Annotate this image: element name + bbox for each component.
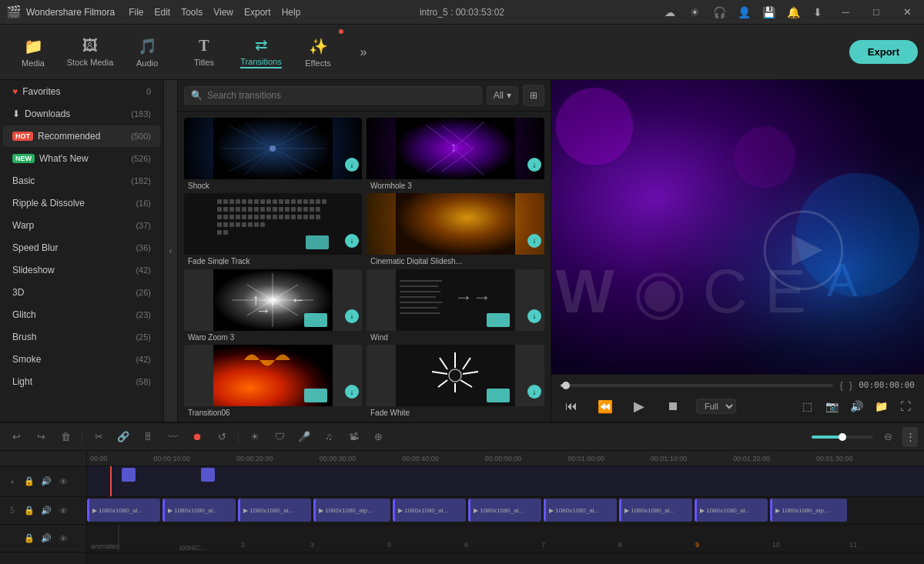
sidebar-item-warp[interactable]: Warp (37) xyxy=(3,215,160,236)
zoom-slider[interactable] xyxy=(812,436,873,439)
stop-button[interactable]: ⏹ xyxy=(662,395,684,417)
menu-edit[interactable]: Edit xyxy=(155,7,171,18)
cine-slide-download-icon[interactable]: ↓ xyxy=(527,234,541,248)
magnet-button[interactable]: 🔗 xyxy=(113,427,133,447)
menu-export[interactable]: Export xyxy=(244,7,271,18)
minimize-button[interactable]: ─ xyxy=(835,2,856,23)
clip-4[interactable]: ▶ 1080x1080_alp... xyxy=(313,499,390,522)
toolbar-more-button[interactable]: » xyxy=(351,40,376,65)
fade-single-download-icon[interactable]: ↓ xyxy=(345,234,359,248)
transition-clip-2[interactable] xyxy=(201,468,215,482)
menu-view[interactable]: View xyxy=(213,7,233,18)
menu-tools[interactable]: Tools xyxy=(181,7,203,18)
sun-button[interactable]: ☀ xyxy=(245,427,265,447)
maximize-button[interactable]: □ xyxy=(865,2,887,23)
fade-white-download-icon[interactable]: ↓ xyxy=(527,385,541,399)
notification-icon[interactable]: 🔔 xyxy=(785,5,801,20)
zoom-handle[interactable] xyxy=(839,433,846,441)
transition-warp-zoom3[interactable]: ↑ ↓ ← → ↓ Warp Zoom 3 xyxy=(184,269,362,340)
clip-6[interactable]: ▶ 1080x1080_al... xyxy=(468,499,541,522)
clip-9[interactable]: ▶ 1080x1080_al... xyxy=(695,499,768,522)
wind-download-icon[interactable]: ↓ xyxy=(527,309,541,323)
sidebar-item-speed-blur[interactable]: Speed Blur (36) xyxy=(3,237,160,259)
camera-icon[interactable]: 📷 xyxy=(822,397,841,415)
menu-help[interactable]: Help xyxy=(282,7,301,18)
audio-adjust-button[interactable]: 🎚 xyxy=(138,427,158,447)
play-button[interactable]: ▶ xyxy=(628,395,650,417)
download-icon[interactable]: ⬇ xyxy=(810,5,825,20)
sidebar-item-light[interactable]: Light (58) xyxy=(3,371,160,392)
rewind-button[interactable]: ↺ xyxy=(212,427,232,447)
track1-eye-icon[interactable]: 👁 xyxy=(57,476,69,488)
save-icon[interactable]: 💾 xyxy=(761,5,776,20)
crop-icon[interactable]: ⬚ xyxy=(798,397,816,415)
account-icon[interactable]: 👤 xyxy=(736,5,752,20)
clip-3[interactable]: ▶ 1080x1080_al... xyxy=(238,499,311,522)
sidebar-item-3d[interactable]: 3D (26) xyxy=(3,282,160,303)
transition-fade-white[interactable]: ↓ Fade White xyxy=(367,345,544,415)
sidebar-item-ripple[interactable]: Ripple & Dissolve (16) xyxy=(3,192,160,214)
track2-volume-icon[interactable]: 🔊 xyxy=(40,505,52,517)
transition-wind[interactable]: →→ ↓ Wind xyxy=(367,269,544,340)
transition-cine-slide[interactable]: ↓ Cinematic Digital Slidesh... xyxy=(367,193,544,264)
frame-back-button[interactable]: ⏪ xyxy=(594,395,616,417)
delete-button[interactable]: 🗑 xyxy=(55,427,75,447)
transition06-download-icon[interactable]: ↓ xyxy=(345,385,359,399)
expand-icon[interactable]: ⛶ xyxy=(896,397,915,415)
sidebar-item-smoke[interactable]: Smoke (42) xyxy=(3,349,160,370)
brightness-icon[interactable]: ☀ xyxy=(687,5,702,20)
toolbar-media[interactable]: 📁 Media xyxy=(6,28,60,77)
clip-2[interactable]: ▶ 1080x1080_al... xyxy=(162,499,236,522)
transition-clip-1[interactable] xyxy=(122,468,136,482)
redo-button[interactable]: ↪ xyxy=(31,427,51,447)
clip-7[interactable]: ▶ 1080x1080_al... xyxy=(544,499,617,522)
toolbar-transitions[interactable]: ⇄ Transitions xyxy=(234,28,288,77)
track1-volume-icon[interactable]: 🔊 xyxy=(40,476,52,488)
track3-lock-icon[interactable]: 🔒 xyxy=(23,532,35,545)
undo-button[interactable]: ↩ xyxy=(6,427,26,447)
track2-eye-icon[interactable]: 👁 xyxy=(57,505,69,517)
menu-file[interactable]: File xyxy=(129,7,143,18)
transition-wormhole3[interactable]: ↕ ↓ Wormhole 3 xyxy=(367,118,544,189)
shield-button[interactable]: 🛡 xyxy=(270,427,290,447)
sidebar-item-whats-new[interactable]: NEW What's New (526) xyxy=(3,148,160,169)
track3-volume-icon[interactable]: 🔊 xyxy=(40,532,52,545)
sidebar-item-recommended[interactable]: HOT Recommended (500) xyxy=(3,125,160,147)
sidebar-item-downloads[interactable]: ⬇ Downloads (183) xyxy=(3,103,160,125)
warp-zoom3-download-icon[interactable]: ↓ xyxy=(345,309,359,323)
transition-shock[interactable]: ↓ Shock xyxy=(184,118,362,189)
clip-8[interactable]: ▶ 1080x1080_al... xyxy=(619,499,692,522)
toolbar-titles[interactable]: T Titles xyxy=(177,28,231,77)
mic-button[interactable]: 🎤 xyxy=(294,427,314,447)
collapse-sidebar-button[interactable]: ‹ xyxy=(164,80,178,422)
cut-button[interactable]: ✂ xyxy=(89,427,109,447)
toolbar-audio[interactable]: 🎵 Audio xyxy=(120,28,174,77)
headphone-icon[interactable]: 🎧 xyxy=(711,5,727,20)
clip-5[interactable]: ▶ 1080x1080_al... xyxy=(393,499,466,522)
cloud-icon[interactable]: ☁ xyxy=(662,5,678,20)
search-input[interactable] xyxy=(207,90,475,101)
progress-bar[interactable] xyxy=(561,384,833,387)
track3-eye-icon[interactable]: 👁 xyxy=(57,532,69,545)
more-options-button[interactable]: ⋮ xyxy=(902,427,918,447)
record-button[interactable]: ⏺ xyxy=(187,427,207,447)
transition-transition06[interactable]: ↓ Transition06 xyxy=(184,345,362,415)
sidebar-item-basic[interactable]: Basic (182) xyxy=(3,170,160,192)
folder-icon[interactable]: 📁 xyxy=(872,397,890,415)
quality-select[interactable]: Full1/21/4 xyxy=(696,399,736,414)
zoom-out-btn[interactable]: ⊖ xyxy=(878,427,898,447)
clip-1[interactable]: ▶ 1080x1080_al... xyxy=(87,499,160,522)
toolbar-effects[interactable]: ✨ Effects xyxy=(291,28,345,77)
toolbar-stock-media[interactable]: 🖼 Stock Media xyxy=(63,28,117,77)
transition-fade-single[interactable]: ↓ Fade Single Track xyxy=(184,193,362,264)
sidebar-item-glitch[interactable]: Glitch (23) xyxy=(3,304,160,325)
close-button[interactable]: ✕ xyxy=(896,2,918,23)
sidebar-item-brush[interactable]: Brush (25) xyxy=(3,326,160,348)
screen-record-button[interactable]: 📽 xyxy=(343,427,363,447)
filter-dropdown[interactable]: All ▾ xyxy=(487,86,518,105)
track2-lock-icon[interactable]: 🔒 xyxy=(23,505,35,517)
sidebar-item-favorites[interactable]: ♥ Favorites 0 xyxy=(3,81,160,102)
music-button[interactable]: ♫ xyxy=(319,427,339,447)
clip-10[interactable]: ▶ 1080x1080_alp... xyxy=(770,499,847,522)
waveform-button[interactable]: 〰 xyxy=(162,427,182,447)
